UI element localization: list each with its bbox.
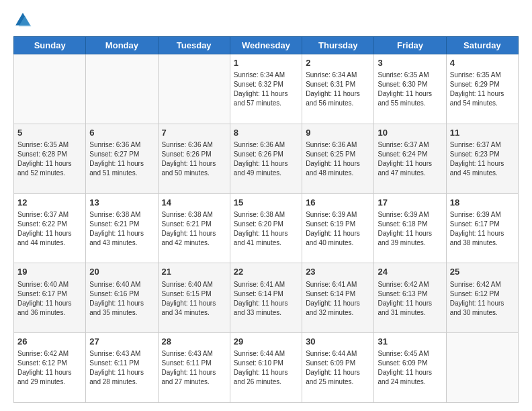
calendar-cell: 27Sunrise: 6:43 AM Sunset: 6:11 PM Dayli… [86, 333, 158, 403]
calendar-cell: 8Sunrise: 6:36 AM Sunset: 6:26 PM Daylig… [230, 124, 302, 193]
calendar-cell [158, 54, 230, 124]
calendar-cell: 23Sunrise: 6:41 AM Sunset: 6:14 PM Dayli… [302, 263, 374, 333]
cell-info: Sunrise: 6:37 AM Sunset: 6:24 PM Dayligh… [378, 140, 442, 178]
cell-info: Sunrise: 6:36 AM Sunset: 6:26 PM Dayligh… [162, 140, 226, 178]
calendar-cell: 24Sunrise: 6:42 AM Sunset: 6:13 PM Dayli… [374, 263, 446, 333]
cell-info: Sunrise: 6:42 AM Sunset: 6:12 PM Dayligh… [450, 280, 515, 318]
cell-info: Sunrise: 6:43 AM Sunset: 6:11 PM Dayligh… [89, 349, 154, 387]
cell-info: Sunrise: 6:39 AM Sunset: 6:18 PM Dayligh… [378, 210, 442, 248]
cell-info: Sunrise: 6:43 AM Sunset: 6:11 PM Dayligh… [162, 349, 226, 387]
calendar-cell [446, 333, 518, 403]
week-row-1: 1Sunrise: 6:34 AM Sunset: 6:32 PM Daylig… [14, 54, 519, 124]
day-number: 3 [378, 57, 442, 69]
cell-info: Sunrise: 6:41 AM Sunset: 6:14 PM Dayligh… [234, 280, 298, 318]
cell-info: Sunrise: 6:40 AM Sunset: 6:16 PM Dayligh… [89, 280, 154, 318]
day-number: 24 [378, 266, 442, 278]
week-row-3: 12Sunrise: 6:37 AM Sunset: 6:22 PM Dayli… [14, 193, 519, 263]
cell-info: Sunrise: 6:36 AM Sunset: 6:27 PM Dayligh… [89, 140, 154, 178]
day-number: 21 [162, 266, 226, 278]
cell-info: Sunrise: 6:39 AM Sunset: 6:19 PM Dayligh… [306, 210, 370, 248]
day-number: 7 [162, 127, 226, 139]
day-number: 1 [234, 57, 298, 69]
calendar-cell: 7Sunrise: 6:36 AM Sunset: 6:26 PM Daylig… [158, 124, 230, 193]
cell-info: Sunrise: 6:34 AM Sunset: 6:31 PM Dayligh… [306, 71, 370, 108]
cell-info: Sunrise: 6:37 AM Sunset: 6:22 PM Dayligh… [17, 210, 82, 248]
calendar-cell [14, 54, 86, 124]
header [13, 11, 519, 30]
calendar-cell: 6Sunrise: 6:36 AM Sunset: 6:27 PM Daylig… [86, 124, 158, 193]
calendar-cell: 20Sunrise: 6:40 AM Sunset: 6:16 PM Dayli… [86, 263, 158, 333]
calendar-cell: 22Sunrise: 6:41 AM Sunset: 6:14 PM Dayli… [230, 263, 302, 333]
calendar-cell: 11Sunrise: 6:37 AM Sunset: 6:23 PM Dayli… [446, 124, 518, 193]
calendar-table: SundayMondayTuesdayWednesdayThursdayFrid… [13, 36, 519, 403]
calendar-cell [86, 54, 158, 124]
weekday-header-thursday: Thursday [302, 37, 374, 54]
cell-info: Sunrise: 6:36 AM Sunset: 6:25 PM Dayligh… [306, 140, 370, 178]
day-number: 10 [378, 127, 442, 139]
day-number: 12 [17, 197, 82, 209]
calendar-cell: 16Sunrise: 6:39 AM Sunset: 6:19 PM Dayli… [302, 193, 374, 263]
calendar-cell: 14Sunrise: 6:38 AM Sunset: 6:21 PM Dayli… [158, 193, 230, 263]
cell-info: Sunrise: 6:38 AM Sunset: 6:20 PM Dayligh… [234, 210, 298, 248]
calendar-cell: 25Sunrise: 6:42 AM Sunset: 6:12 PM Dayli… [446, 263, 518, 333]
cell-info: Sunrise: 6:40 AM Sunset: 6:15 PM Dayligh… [162, 280, 226, 318]
day-number: 30 [306, 336, 370, 348]
calendar-cell: 12Sunrise: 6:37 AM Sunset: 6:22 PM Dayli… [14, 193, 86, 263]
cell-info: Sunrise: 6:41 AM Sunset: 6:14 PM Dayligh… [306, 280, 370, 318]
calendar-cell: 1Sunrise: 6:34 AM Sunset: 6:32 PM Daylig… [230, 54, 302, 124]
calendar-cell: 19Sunrise: 6:40 AM Sunset: 6:17 PM Dayli… [14, 263, 86, 333]
cell-info: Sunrise: 6:40 AM Sunset: 6:17 PM Dayligh… [17, 280, 82, 318]
day-number: 9 [306, 127, 370, 139]
day-number: 20 [89, 266, 154, 278]
week-row-2: 5Sunrise: 6:35 AM Sunset: 6:28 PM Daylig… [14, 124, 519, 193]
week-row-5: 26Sunrise: 6:42 AM Sunset: 6:12 PM Dayli… [14, 333, 519, 403]
day-number: 11 [450, 127, 515, 139]
day-number: 5 [17, 127, 82, 139]
cell-info: Sunrise: 6:39 AM Sunset: 6:17 PM Dayligh… [450, 210, 515, 248]
day-number: 2 [306, 57, 370, 69]
weekday-header-monday: Monday [86, 37, 158, 54]
day-number: 18 [450, 197, 515, 209]
day-number: 8 [234, 127, 298, 139]
cell-info: Sunrise: 6:35 AM Sunset: 6:30 PM Dayligh… [378, 71, 442, 108]
page: SundayMondayTuesdayWednesdayThursdayFrid… [0, 0, 532, 411]
cell-info: Sunrise: 6:42 AM Sunset: 6:12 PM Dayligh… [17, 349, 82, 387]
calendar-cell: 10Sunrise: 6:37 AM Sunset: 6:24 PM Dayli… [374, 124, 446, 193]
day-number: 22 [234, 266, 298, 278]
cell-info: Sunrise: 6:35 AM Sunset: 6:28 PM Dayligh… [17, 140, 82, 178]
day-number: 31 [378, 336, 442, 348]
day-number: 17 [378, 197, 442, 209]
day-number: 26 [17, 336, 82, 348]
cell-info: Sunrise: 6:42 AM Sunset: 6:13 PM Dayligh… [378, 280, 442, 318]
logo [13, 11, 35, 30]
calendar-cell: 26Sunrise: 6:42 AM Sunset: 6:12 PM Dayli… [14, 333, 86, 403]
day-number: 19 [17, 266, 82, 278]
weekday-header-saturday: Saturday [446, 37, 518, 54]
weekday-header-row: SundayMondayTuesdayWednesdayThursdayFrid… [14, 37, 519, 54]
calendar-cell: 9Sunrise: 6:36 AM Sunset: 6:25 PM Daylig… [302, 124, 374, 193]
calendar-cell: 18Sunrise: 6:39 AM Sunset: 6:17 PM Dayli… [446, 193, 518, 263]
day-number: 13 [89, 197, 154, 209]
cell-info: Sunrise: 6:38 AM Sunset: 6:21 PM Dayligh… [162, 210, 226, 248]
day-number: 14 [162, 197, 226, 209]
calendar-cell: 29Sunrise: 6:44 AM Sunset: 6:10 PM Dayli… [230, 333, 302, 403]
day-number: 27 [89, 336, 154, 348]
cell-info: Sunrise: 6:45 AM Sunset: 6:09 PM Dayligh… [378, 349, 442, 387]
cell-info: Sunrise: 6:44 AM Sunset: 6:09 PM Dayligh… [306, 349, 370, 387]
cell-info: Sunrise: 6:37 AM Sunset: 6:23 PM Dayligh… [450, 140, 515, 178]
calendar-cell: 21Sunrise: 6:40 AM Sunset: 6:15 PM Dayli… [158, 263, 230, 333]
day-number: 15 [234, 197, 298, 209]
cell-info: Sunrise: 6:34 AM Sunset: 6:32 PM Dayligh… [234, 71, 298, 108]
cell-info: Sunrise: 6:44 AM Sunset: 6:10 PM Dayligh… [234, 349, 298, 387]
day-number: 23 [306, 266, 370, 278]
calendar-cell: 17Sunrise: 6:39 AM Sunset: 6:18 PM Dayli… [374, 193, 446, 263]
calendar-cell: 31Sunrise: 6:45 AM Sunset: 6:09 PM Dayli… [374, 333, 446, 403]
weekday-header-tuesday: Tuesday [158, 37, 230, 54]
cell-info: Sunrise: 6:35 AM Sunset: 6:29 PM Dayligh… [450, 71, 515, 108]
day-number: 29 [234, 336, 298, 348]
weekday-header-wednesday: Wednesday [230, 37, 302, 54]
calendar-cell: 28Sunrise: 6:43 AM Sunset: 6:11 PM Dayli… [158, 333, 230, 403]
calendar-cell: 13Sunrise: 6:38 AM Sunset: 6:21 PM Dayli… [86, 193, 158, 263]
cell-info: Sunrise: 6:36 AM Sunset: 6:26 PM Dayligh… [234, 140, 298, 178]
calendar-cell: 15Sunrise: 6:38 AM Sunset: 6:20 PM Dayli… [230, 193, 302, 263]
